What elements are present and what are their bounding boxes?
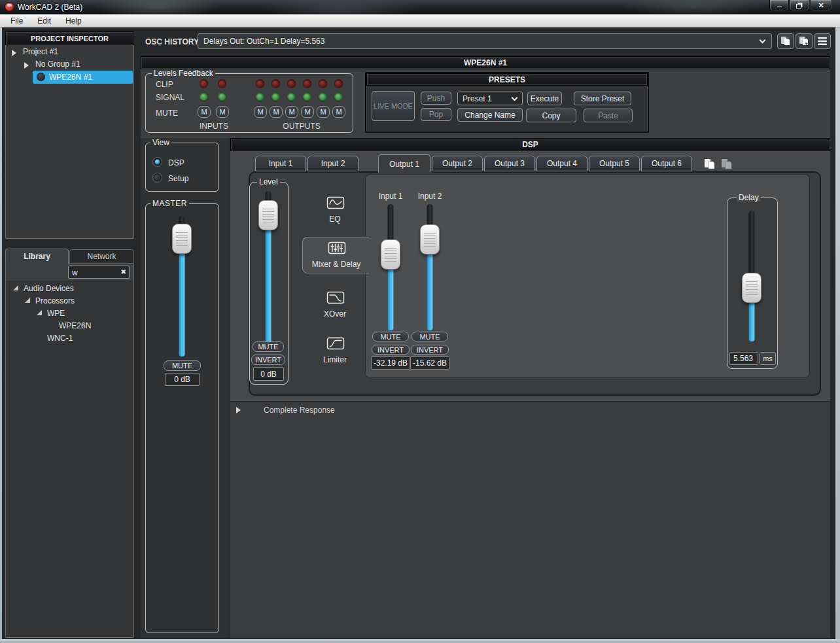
sidetab-limiter[interactable]: Limiter [305, 332, 365, 370]
menu-help[interactable]: Help [59, 15, 88, 27]
app-window: WorkCAD 2 (Beta) ✕ File Edit Help PROJEC… [0, 0, 840, 643]
tab-input-1[interactable]: Input 1 [255, 156, 306, 171]
input1-invert-button[interactable]: INVERT [372, 345, 410, 355]
sidetab-eq[interactable]: EQ [305, 191, 365, 229]
tree-expanded-icon[interactable] [25, 298, 30, 303]
preset-select[interactable]: Preset 1 [457, 92, 523, 105]
signal-led [256, 92, 264, 101]
tab-output-3[interactable]: Output 3 [484, 156, 535, 171]
close-button[interactable]: ✕ [810, 0, 832, 11]
delay-fader-handle[interactable] [742, 273, 761, 303]
tab-output-6[interactable]: Output 6 [641, 156, 692, 171]
fader-track-fill [427, 251, 433, 330]
minimize-button[interactable] [769, 0, 789, 11]
delay-value-input[interactable]: 5.563 [729, 352, 758, 365]
menu-file[interactable]: File [4, 15, 29, 27]
input1-mute-button[interactable]: MUTE [372, 332, 409, 341]
sidetab-mixer-delay[interactable]: Mixer & Delay [302, 237, 369, 273]
dsp-radio[interactable] [152, 157, 162, 167]
mute-m-button[interactable]: M [254, 106, 267, 118]
project-inspector-header: PROJECT INSPECTOR [5, 31, 134, 45]
tree-item-project[interactable]: Project #1 [23, 47, 58, 56]
mute-m-button[interactable]: M [332, 106, 345, 118]
outputs-label: OUTPUTS [273, 122, 330, 131]
level-mute-button[interactable]: MUTE [253, 341, 284, 352]
store-preset-button[interactable]: Store Preset [574, 92, 631, 105]
change-name-button[interactable]: Change Name [457, 108, 523, 122]
copy-button[interactable]: Copy [526, 109, 576, 122]
library-item-wpe26n[interactable]: WPE26N [59, 321, 91, 330]
mute-m-button[interactable]: M [301, 106, 314, 118]
presets-header: PRESETS [366, 73, 648, 86]
execute-button[interactable]: Execute [527, 92, 562, 105]
clear-search-icon[interactable]: ✖ [121, 268, 126, 275]
library-item-wpe[interactable]: WPE [47, 309, 65, 318]
menubar: File Edit Help [0, 14, 840, 27]
signal-led [334, 92, 343, 101]
eq-icon [326, 196, 345, 209]
library-item-audio-devices[interactable]: Audio Devices [24, 284, 74, 293]
live-mode-button[interactable]: LIVE MODE [372, 91, 415, 121]
osc-history-value: Delays Out: OutCh=1 Delay=5.563 [203, 37, 324, 46]
mute-m-button[interactable]: M [198, 106, 211, 118]
expander-arrow-icon [236, 407, 241, 413]
tree-expanded-icon[interactable] [37, 310, 42, 315]
copy-channel-button[interactable] [701, 156, 717, 172]
setup-radio[interactable] [152, 173, 162, 182]
mute-row-label: MUTE [156, 109, 178, 118]
osc-history-dropdown[interactable]: Delays Out: OutCh=1 Delay=5.563 [198, 33, 772, 49]
osc-history-label: OSC HISTORY [145, 37, 199, 46]
mixer-input2-label: Input 2 [411, 192, 448, 201]
delay-unit-button[interactable]: ms [760, 352, 776, 365]
sidetab-xover[interactable]: XOver [305, 286, 365, 324]
tree-collapsed-icon[interactable] [24, 62, 29, 69]
mute-m-button[interactable]: M [270, 106, 283, 118]
menu-edit[interactable]: Edit [31, 15, 58, 27]
pop-button[interactable]: Pop [421, 108, 451, 121]
tree-collapsed-icon[interactable] [12, 50, 16, 56]
mute-m-button[interactable]: M [317, 106, 330, 118]
copy-settings-button[interactable] [777, 33, 794, 49]
paste-pages-edit-icon [798, 35, 810, 47]
paste-channel-button[interactable] [718, 156, 734, 172]
tab-output-5[interactable]: Output 5 [589, 156, 640, 171]
levels-feedback-legend: Levels Feedback [152, 69, 215, 77]
tab-output-1[interactable]: Output 1 [378, 154, 430, 173]
library-item-processors[interactable]: Processors [35, 296, 75, 305]
library-item-wnc1[interactable]: WNC-1 [47, 334, 73, 343]
tab-input-2[interactable]: Input 2 [307, 156, 359, 171]
fader-track-fill [388, 266, 394, 330]
master-fader-handle[interactable] [172, 224, 192, 254]
input2-invert-button[interactable]: INVERT [411, 345, 449, 355]
paste-settings-button[interactable] [796, 33, 813, 49]
search-input[interactable]: w ✖ [68, 266, 130, 279]
tree-expanded-icon[interactable] [13, 285, 18, 290]
tree-item-group[interactable]: No Group #1 [35, 60, 80, 69]
tab-library[interactable]: Library [5, 249, 69, 264]
sidetab-mixer-delay-label: Mixer & Delay [303, 260, 370, 269]
delay-fader [742, 211, 761, 341]
complete-response-area [230, 401, 830, 638]
tab-network[interactable]: Network [69, 249, 134, 264]
tree-item-device-selected[interactable]: WPE26N #1 [33, 71, 133, 84]
master-mute-button[interactable]: MUTE [164, 360, 201, 371]
tab-output-2[interactable]: Output 2 [432, 156, 483, 171]
input2-mute-button[interactable]: MUTE [411, 332, 448, 341]
clip-led [200, 79, 208, 88]
menu-button[interactable] [814, 33, 831, 49]
tab-output-4[interactable]: Output 4 [536, 156, 587, 171]
minimize-icon [777, 6, 782, 8]
paste-button[interactable]: Paste [584, 109, 633, 122]
input2-fader-handle[interactable] [420, 224, 440, 254]
complete-response-expander[interactable]: Complete Response [230, 402, 830, 419]
level-invert-button[interactable]: INVERT [251, 355, 285, 365]
mute-m-button[interactable]: M [216, 106, 229, 118]
input2-fader [420, 204, 440, 330]
level-fader-handle[interactable] [258, 200, 278, 230]
restore-button[interactable] [790, 0, 809, 11]
mute-m-button[interactable]: M [285, 106, 298, 118]
preset-select-value: Preset 1 [463, 94, 492, 103]
push-button[interactable]: Push [421, 92, 451, 105]
chevron-down-icon [760, 37, 766, 44]
input1-fader-handle[interactable] [381, 239, 400, 269]
